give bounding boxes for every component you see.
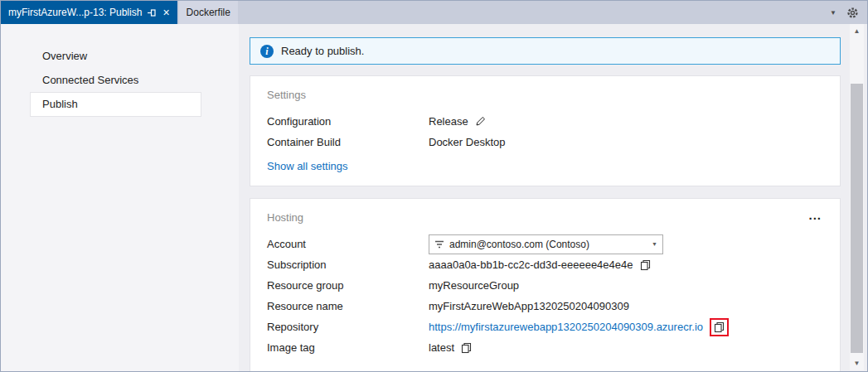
repository-link[interactable]: https://myfirstazurewebapp13202502040903…: [429, 321, 703, 333]
subscription-value: aaaa0a0a-bb1b-cc2c-dd3d-eeeeee4e4e4e: [429, 258, 633, 271]
settings-card: Settings Configuration Release Container…: [250, 75, 841, 186]
container-build-value: Docker Desktop: [429, 136, 505, 148]
tab-publish-label: myFirstAzureW...p-13: Publish: [8, 7, 142, 18]
scroll-down-icon[interactable]: ▼: [850, 356, 864, 370]
show-all-settings-link[interactable]: Show all settings: [267, 160, 348, 172]
pin-icon[interactable]: [148, 8, 157, 17]
tab-dockerfile[interactable]: Dockerfile: [179, 1, 238, 24]
image-tag-value: latest: [429, 341, 454, 354]
repository-row: Repository https://myfirstazurewebapp132…: [267, 316, 823, 337]
configuration-row: Configuration Release: [267, 111, 823, 132]
account-row: Account admin@contoso.com (Contoso) ▼: [267, 234, 823, 254]
configuration-label: Configuration: [267, 115, 429, 128]
document-tabbar: myFirstAzureW...p-13: Publish × Dockerfi…: [1, 1, 867, 24]
vertical-scrollbar[interactable]: ▲ ▼: [850, 24, 864, 370]
highlight-red-box: [710, 318, 729, 336]
account-value: admin@contoso.com (Contoso): [449, 239, 647, 250]
resource-group-row: Resource group myResourceGroup: [267, 275, 823, 296]
gear-icon[interactable]: [846, 7, 859, 19]
configuration-value: Release: [429, 115, 468, 128]
hosting-card: Hosting ... Account admin@contoso.com (C…: [250, 198, 841, 372]
copy-subscription-icon[interactable]: [640, 259, 651, 271]
tabbar-controls: ▼: [830, 1, 867, 24]
edit-pencil-icon[interactable]: [475, 116, 486, 127]
resource-name-row: Resource name myFirstAzureWebApp13202502…: [267, 296, 823, 316]
chevron-down-icon[interactable]: ▼: [830, 9, 836, 17]
scrollbar-thumb[interactable]: [851, 84, 863, 353]
account-dropdown[interactable]: admin@contoso.com (Contoso) ▼: [429, 234, 663, 254]
resource-group-label: Resource group: [267, 279, 429, 292]
info-icon: i: [260, 45, 274, 58]
sidebar-item-publish[interactable]: Publish: [31, 93, 201, 116]
image-tag-label: Image tag: [267, 341, 429, 354]
container-build-label: Container Build: [267, 136, 429, 148]
image-tag-row: Image tag latest: [267, 337, 823, 358]
scroll-up-icon[interactable]: ▲: [850, 24, 864, 38]
sidebar-item-connected-services[interactable]: Connected Services: [31, 69, 201, 92]
close-icon[interactable]: ×: [162, 7, 169, 18]
resource-group-value: myResourceGroup: [429, 279, 519, 292]
dropdown-arrow-icon[interactable]: ▼: [652, 241, 657, 247]
repository-label: Repository: [267, 321, 429, 333]
tab-publish[interactable]: myFirstAzureW...p-13: Publish ×: [1, 1, 177, 24]
resource-name-label: Resource name: [267, 300, 429, 312]
vs-window: myFirstAzureW...p-13: Publish × Dockerfi…: [0, 0, 868, 372]
hosting-title: Hosting: [267, 211, 303, 224]
settings-title: Settings: [267, 89, 823, 101]
container-build-row: Container Build Docker Desktop: [267, 132, 823, 152]
banner-message: Ready to publish.: [281, 45, 364, 57]
publish-main-panel: i Ready to publish. Settings Configurati…: [239, 24, 849, 371]
resource-name-value: myFirstAzureWebApp1320250204090309: [429, 300, 629, 312]
copy-image-tag-icon[interactable]: [461, 342, 472, 354]
account-label: Account: [267, 238, 429, 250]
tab-dockerfile-label: Dockerfile: [187, 7, 230, 18]
subscription-row: Subscription aaaa0a0a-bb1b-cc2c-dd3d-eee…: [267, 254, 823, 275]
filter-icon: [434, 240, 444, 249]
sidebar-item-overview[interactable]: Overview: [31, 45, 201, 68]
more-options-button[interactable]: ...: [807, 211, 823, 220]
copy-repository-icon[interactable]: [714, 321, 725, 333]
ready-to-publish-banner: i Ready to publish.: [250, 37, 841, 65]
subscription-label: Subscription: [267, 258, 429, 271]
publish-nav-sidebar: Overview Connected Services Publish: [1, 24, 239, 371]
